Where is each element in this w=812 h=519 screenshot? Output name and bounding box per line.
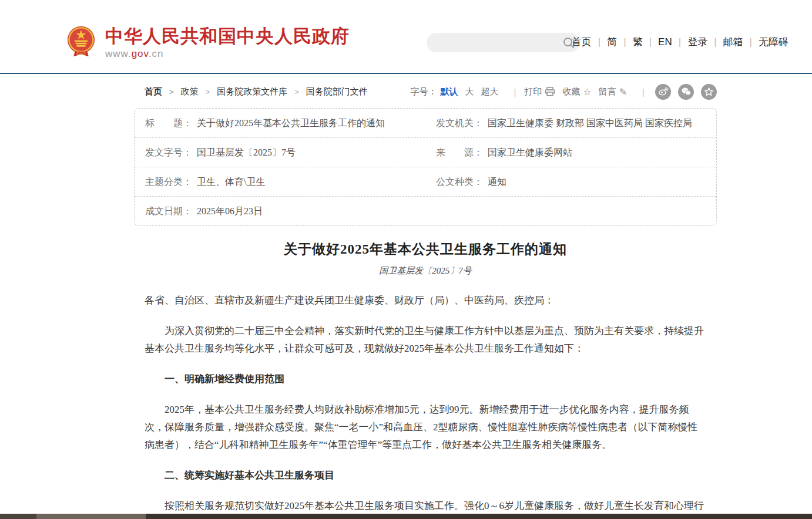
paragraph-salutation: 各省、自治区、直辖市及新疆生产建设兵团卫生健康委、财政厅（局）、中医药局、疾控局…: [145, 292, 706, 309]
meta-issuing-agency-label: 发文机关：: [436, 117, 483, 129]
pencil-icon: ✎: [619, 86, 627, 97]
search-input[interactable]: [427, 38, 558, 48]
comment-button[interactable]: 留言 ✎: [599, 86, 627, 97]
document-meta-box: 标 题： 关于做好2025年基本公共卫生服务工作的通知 发文机关： 国家卫生健康…: [134, 108, 717, 226]
nav-english[interactable]: EN: [643, 36, 672, 48]
meta-date-value: 2025年06月23日: [197, 205, 263, 217]
print-label: 打印: [524, 86, 542, 97]
nav-login[interactable]: 登录: [672, 35, 707, 49]
meta-date-label: 成文日期：: [145, 205, 192, 217]
favorite-label: 收藏: [562, 86, 580, 97]
star-icon: ☆: [583, 86, 591, 97]
meta-row: 发文字号： 国卫基层发〔2025〕7号 来 源： 国家卫生健康委网站: [135, 138, 716, 167]
top-nav: 首页 简 繁 EN 登录 邮箱 无障碍: [572, 35, 788, 49]
bottom-bar: [0, 514, 812, 519]
site-url: www.gov.cn: [105, 48, 350, 60]
document-number: 国卫基层发〔2025〕7号: [134, 265, 717, 277]
nav-mailbox[interactable]: 邮箱: [707, 35, 743, 49]
toolbar-separator: |: [642, 87, 645, 97]
paragraph-intro: 为深入贯彻党的二十届三中全会精神，落实新时代党的卫生与健康工作方针中以基层为重点…: [145, 322, 706, 358]
wechat-icon: [682, 87, 691, 96]
document-body: 各省、自治区、直辖市及新疆生产建设兵团卫生健康委、财政厅（局）、中医药局、疾控局…: [134, 292, 717, 519]
nav-traditional[interactable]: 繁: [617, 35, 642, 49]
print-button[interactable]: 打印: [524, 86, 555, 97]
meta-source-value: 国家卫生健康委网站: [488, 147, 572, 158]
breadcrumb-home[interactable]: 首页: [145, 86, 181, 97]
meta-topic-category-label: 主题分类：: [145, 176, 192, 187]
meta-topic-category-cell: 主题分类： 卫生、体育\卫生: [135, 167, 425, 196]
share-weibo-button[interactable]: [655, 84, 671, 100]
font-size-xlarge-button[interactable]: 超大: [481, 86, 498, 97]
meta-issuing-agency-cell: 发文机关： 国家卫生健康委 财政部 国家中医药局 国家疾控局: [425, 109, 716, 137]
paragraph-section-1: 2025年，基本公共卫生服务经费人均财政补助标准增加5元，达到99元。新增经费用…: [145, 401, 706, 454]
weibo-icon: [659, 87, 668, 96]
site-header: 中华人民共和国中央人民政府 www.gov.cn 首页 简 繁 EN 登录 邮箱…: [0, 0, 812, 74]
meta-topic-category-value: 卫生、体育\卫生: [197, 176, 265, 187]
meta-doc-number-cell: 发文字号： 国卫基层发〔2025〕7号: [135, 138, 425, 167]
main-content: 首页 政策 国务院政策文件库 国务院部门文件 字号： 默认 大 超大 | 打印 …: [134, 84, 717, 519]
font-size-label: 字号：: [410, 86, 437, 97]
nav-accessibility[interactable]: 无障碍: [743, 35, 788, 49]
meta-row: 成文日期： 2025年06月23日: [135, 197, 716, 225]
search-box: [427, 33, 579, 52]
meta-doc-type-cell: 公文种类： 通知: [425, 167, 716, 196]
site-url-prefix: www.: [105, 48, 132, 59]
meta-source-label: 来 源：: [436, 147, 483, 158]
section-heading-1: 一、明确新增经费使用范围: [145, 370, 706, 388]
breadcrumb-policy-library[interactable]: 国务院政策文件库: [217, 86, 306, 97]
meta-issuing-agency-value: 国家卫生健康委 财政部 国家中医药局 国家疾控局: [488, 117, 692, 129]
meta-title-value: 关于做好2025年基本公共卫生服务工作的通知: [197, 117, 385, 129]
meta-doc-number-value: 国卫基层发〔2025〕7号: [197, 147, 296, 158]
meta-doc-type-label: 公文种类：: [436, 176, 483, 187]
font-size-large-button[interactable]: 大: [465, 86, 474, 97]
font-size-default-button[interactable]: 默认: [440, 86, 458, 97]
bottom-bar-segment: [36, 514, 146, 519]
site-brand[interactable]: 中华人民共和国中央人民政府 www.gov.cn: [66, 25, 350, 60]
toolbar-separator: |: [514, 87, 516, 97]
nav-simplified[interactable]: 简: [592, 35, 617, 49]
meta-doc-number-label: 发文字号：: [145, 147, 192, 158]
meta-empty-cell: [425, 197, 716, 225]
nav-home[interactable]: 首页: [572, 35, 592, 49]
meta-title-cell: 标 题： 关于做好2025年基本公共卫生服务工作的通知: [135, 109, 425, 137]
share-qzone-button[interactable]: [701, 84, 717, 100]
section-heading-2: 二、统筹实施好基本公共卫生服务项目: [145, 467, 706, 484]
breadcrumb: 首页 政策 国务院政策文件库 国务院部门文件: [134, 86, 368, 97]
printer-icon: [545, 87, 555, 96]
qzone-star-icon: [704, 87, 713, 96]
breadcrumb-policy[interactable]: 政策: [181, 86, 217, 97]
document-toolbar: 字号： 默认 大 超大 | 打印 收藏 ☆ 留言 ✎ |: [410, 84, 717, 100]
site-title[interactable]: 中华人民共和国中央人民政府: [105, 26, 350, 46]
meta-source-cell: 来 源： 国家卫生健康委网站: [425, 138, 716, 167]
favorite-button[interactable]: 收藏 ☆: [562, 86, 591, 97]
breadcrumb-department-docs: 国务院部门文件: [306, 86, 368, 97]
meta-date-cell: 成文日期： 2025年06月23日: [135, 197, 425, 225]
comment-label: 留言: [599, 86, 616, 97]
site-url-suffix: .cn: [149, 48, 164, 59]
share-group: [655, 84, 717, 100]
meta-row: 标 题： 关于做好2025年基本公共卫生服务工作的通知 发文机关： 国家卫生健康…: [135, 109, 716, 138]
site-url-gov: gov: [132, 48, 149, 59]
meta-title-label: 标 题：: [145, 117, 192, 129]
document-title: 关于做好2025年基本公共卫生服务工作的通知: [134, 240, 717, 258]
share-wechat-button[interactable]: [678, 84, 694, 100]
meta-row: 主题分类： 卫生、体育\卫生 公文种类： 通知: [135, 167, 716, 197]
document-article: 关于做好2025年基本公共卫生服务工作的通知 国卫基层发〔2025〕7号 各省、…: [134, 240, 717, 519]
meta-doc-type-value: 通知: [488, 176, 506, 187]
bottom-bar-segment: [0, 514, 36, 519]
national-emblem-logo: [66, 25, 96, 59]
